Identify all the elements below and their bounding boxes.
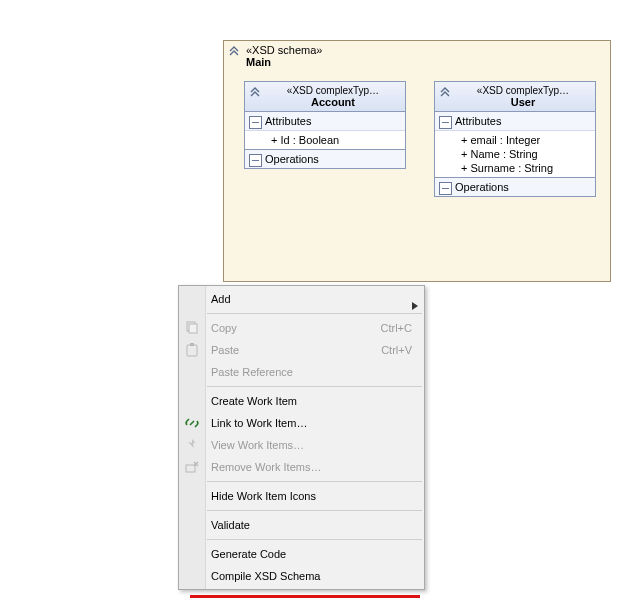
menu-separator: [207, 510, 422, 511]
svg-rect-3: [190, 343, 194, 346]
minus-box-icon[interactable]: [249, 116, 262, 129]
svg-rect-4: [186, 465, 195, 472]
menu-separator: [207, 539, 422, 540]
schema-stereotype: «XSD schema»: [224, 41, 610, 56]
attribute-row[interactable]: + email : Integer: [461, 133, 591, 147]
menu-item-paste: Paste Ctrl+V: [179, 339, 424, 361]
menu-label: Remove Work Items…: [211, 461, 321, 473]
schema-header: «XSD schema» Main: [224, 41, 610, 75]
copy-icon: [184, 320, 200, 336]
paste-icon: [184, 342, 200, 358]
section-title[interactable]: Operations: [435, 178, 595, 196]
remove-wi-icon: [184, 459, 200, 475]
type-stereotype: «XSD complexTyp…: [455, 85, 591, 96]
menu-label: Paste: [211, 344, 239, 356]
complextype-user[interactable]: «XSD complexTyp… User Attributes + email…: [434, 81, 596, 197]
attribute-row[interactable]: + Surname : String: [461, 161, 591, 175]
complextype-account[interactable]: «XSD complexTyp… Account Attributes + Id…: [244, 81, 406, 169]
schema-name: Main: [224, 56, 610, 70]
menu-label: Link to Work Item…: [211, 417, 307, 429]
menu-shortcut: Ctrl+C: [381, 317, 412, 339]
pin-icon: [184, 437, 200, 453]
menu-item-remove-work-items: Remove Work Items…: [179, 456, 424, 478]
menu-item-copy: Copy Ctrl+C: [179, 317, 424, 339]
menu-label: Add: [211, 293, 231, 305]
menu-label: Generate Code: [211, 548, 286, 560]
menu-label: Paste Reference: [211, 366, 293, 378]
menu-label: View Work Items…: [211, 439, 304, 451]
section-label: Operations: [455, 181, 509, 193]
menu-separator: [207, 481, 422, 482]
menu-item-add[interactable]: Add: [179, 288, 424, 310]
menu-item-view-work-items: View Work Items…: [179, 434, 424, 456]
menu-separator: [207, 313, 422, 314]
menu-separator: [207, 386, 422, 387]
link-icon: [184, 415, 200, 431]
svg-rect-1: [189, 324, 197, 333]
operations-section: Operations: [245, 150, 405, 168]
attribute-row[interactable]: + Id : Boolean: [271, 133, 401, 147]
menu-label: Create Work Item: [211, 395, 297, 407]
collapse-chevron-icon[interactable]: [249, 86, 261, 98]
type-stereotype: «XSD complexTyp…: [265, 85, 401, 96]
menu-item-paste-reference: Paste Reference: [179, 361, 424, 383]
menu-item-create-work-item[interactable]: Create Work Item: [179, 390, 424, 412]
section-label: Operations: [265, 153, 319, 165]
section-title[interactable]: Attributes: [435, 112, 595, 131]
xsd-schema-box[interactable]: «XSD schema» Main «XSD complexTyp… Accou…: [223, 40, 611, 282]
type-name: Account: [265, 96, 401, 108]
collapse-chevron-icon[interactable]: [439, 86, 451, 98]
operations-section: Operations: [435, 178, 595, 196]
attributes-section: Attributes + Id : Boolean: [245, 112, 405, 150]
type-header: «XSD complexTyp… Account: [245, 82, 405, 112]
section-label: Attributes: [265, 115, 311, 127]
menu-label: Copy: [211, 322, 237, 334]
menu-label: Hide Work Item Icons: [211, 490, 316, 502]
section-title[interactable]: Operations: [245, 150, 405, 168]
svg-rect-2: [187, 345, 197, 356]
menu-shortcut: Ctrl+V: [381, 339, 412, 361]
minus-box-icon[interactable]: [249, 154, 262, 167]
menu-item-compile-xsd-schema[interactable]: Compile XSD Schema: [179, 565, 424, 587]
menu-item-generate-code[interactable]: Generate Code: [179, 543, 424, 565]
menu-item-link-work-item[interactable]: Link to Work Item…: [179, 412, 424, 434]
highlight-underline: [190, 595, 420, 598]
attribute-row[interactable]: + Name : String: [461, 147, 591, 161]
menu-label: Compile XSD Schema: [211, 570, 320, 582]
collapse-chevron-icon[interactable]: [228, 45, 240, 57]
type-name: User: [455, 96, 591, 108]
submenu-arrow-icon: [412, 295, 418, 317]
attributes-section: Attributes + email : Integer + Name : St…: [435, 112, 595, 178]
menu-item-validate[interactable]: Validate: [179, 514, 424, 536]
context-menu: Add Copy Ctrl+C Paste Ctrl+V Paste Refer…: [178, 285, 425, 590]
type-header: «XSD complexTyp… User: [435, 82, 595, 112]
section-title[interactable]: Attributes: [245, 112, 405, 131]
minus-box-icon[interactable]: [439, 116, 452, 129]
menu-item-hide-work-item-icons[interactable]: Hide Work Item Icons: [179, 485, 424, 507]
section-label: Attributes: [455, 115, 501, 127]
minus-box-icon[interactable]: [439, 182, 452, 195]
menu-label: Validate: [211, 519, 250, 531]
